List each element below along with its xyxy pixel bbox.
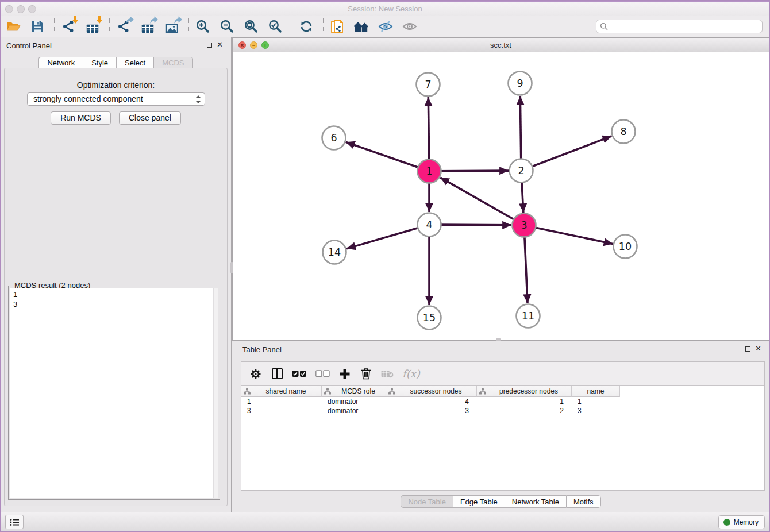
column-header-predecessor-nodes[interactable]: predecessor nodes [477, 386, 572, 397]
table-cell[interactable]: 3 [386, 406, 477, 415]
table-cell[interactable]: 3 [572, 406, 620, 415]
table-cell[interactable]: dominator [322, 406, 386, 415]
export-table-button[interactable] [139, 17, 156, 36]
search-input[interactable] [596, 20, 763, 33]
table-cell[interactable]: 1 [477, 397, 572, 406]
graph-node-label: 6 [330, 132, 337, 144]
network-window-titlebar[interactable]: ✕ − + scc.txt [233, 38, 769, 52]
export-arrow-icon [126, 16, 134, 26]
show-selected-button[interactable] [401, 17, 418, 36]
open-session-button[interactable] [5, 17, 22, 36]
table-tabs: Node Table Edge Table Network Table Moti… [232, 495, 769, 508]
toolbar-separator [54, 18, 55, 34]
tab-label: Node Table [408, 498, 446, 506]
select-all-button[interactable] [292, 370, 307, 377]
column-label: predecessor nodes [486, 387, 571, 395]
dropdown-stepper-icon [195, 94, 202, 105]
memory-button[interactable]: Memory [718, 515, 765, 529]
column-header-successor-nodes[interactable]: successor nodes [386, 386, 477, 397]
column-header-MCDS-role[interactable]: MCDS role [322, 386, 386, 397]
zoom-in-icon [195, 19, 210, 34]
tab-network-table[interactable]: Network Table [505, 495, 566, 508]
tab-label: Motifs [573, 498, 594, 506]
graph-edge-3-1[interactable] [440, 178, 524, 225]
import-table-button[interactable] [84, 17, 101, 36]
refresh-layout-button[interactable] [298, 17, 315, 36]
zoom-out-icon [220, 19, 234, 34]
table-settings-button[interactable] [249, 368, 262, 380]
tab-motifs[interactable]: Motifs [566, 495, 601, 508]
save-session-button[interactable] [29, 17, 46, 36]
sort-hierarchy-icon [388, 388, 395, 395]
import-network-button[interactable] [60, 17, 77, 36]
search-icon [600, 22, 608, 33]
mcds-buttons: Run MCDS Close panel [5, 111, 227, 125]
import-arrow-icon [96, 16, 103, 26]
zoom-selected-button[interactable] [267, 17, 284, 36]
table-body: 1dominator4113dominator323 [241, 397, 764, 415]
tab-edge-table[interactable]: Edge Table [453, 495, 505, 508]
optimization-criterion-dropdown[interactable]: strongly connected component [27, 92, 205, 106]
export-network-button[interactable] [115, 17, 132, 36]
table-panel-header: Table Panel ✕ [232, 341, 769, 356]
float-panel-icon[interactable] [207, 43, 212, 48]
table-row[interactable]: 3dominator323 [241, 406, 764, 415]
graph-edge-3-10[interactable] [524, 225, 613, 244]
tab-label: Style [91, 59, 108, 67]
mcds-result-text[interactable]: 1 3 [10, 288, 218, 498]
network-graph[interactable]: 7968124314101511 [233, 52, 770, 340]
tab-network[interactable]: Network [38, 57, 83, 68]
close-panel-button[interactable]: Close panel [119, 111, 181, 125]
panel-splitter-handle[interactable] [230, 262, 233, 273]
delete-table-button-disabled [381, 370, 394, 378]
zoom-fit-button[interactable] [242, 17, 260, 36]
export-image-button[interactable] [163, 17, 180, 36]
run-mcds-button[interactable]: Run MCDS [51, 111, 111, 125]
column-header-shared-name[interactable]: shared name [241, 386, 322, 397]
close-panel-icon[interactable]: ✕ [217, 40, 223, 49]
graph-node-label: 10 [619, 241, 632, 252]
graph-edge-4-14[interactable] [346, 225, 429, 249]
table-cell[interactable]: 1 [241, 397, 322, 406]
graph-node-label: 2 [518, 165, 524, 176]
tab-select[interactable]: Select [116, 57, 153, 68]
clone-network-button[interactable] [329, 17, 346, 36]
graph-node-label: 7 [425, 79, 431, 90]
table-row[interactable]: 1dominator411 [241, 397, 764, 406]
tab-label: Network [47, 59, 75, 67]
column-header-name[interactable]: name [572, 386, 620, 397]
tab-node-table[interactable]: Node Table [401, 495, 453, 508]
network-canvas[interactable]: 7968124314101511 [233, 52, 769, 340]
panel-splitter-handle[interactable] [496, 338, 501, 341]
float-panel-icon[interactable] [745, 346, 750, 352]
table-toolbar: f(x) [241, 362, 764, 386]
sort-hierarchy-icon [479, 388, 486, 395]
table-cell[interactable]: 4 [386, 397, 477, 406]
home-layout-button[interactable] [353, 17, 370, 36]
table-header-row: shared nameMCDS rolesuccessor nodesprede… [241, 386, 764, 397]
table-cell[interactable]: 3 [241, 406, 322, 415]
table-cell[interactable]: 2 [477, 406, 572, 415]
result-scrollbar[interactable] [213, 288, 218, 498]
deselect-all-button[interactable] [315, 370, 330, 377]
column-label: name [572, 387, 619, 395]
memory-label: Memory [734, 518, 759, 526]
toolbar-search [596, 20, 763, 33]
zoom-in-button[interactable] [194, 17, 211, 36]
graph-edge-2-8[interactable] [521, 136, 611, 171]
tab-label: Select [125, 59, 145, 67]
task-history-button[interactable] [5, 515, 24, 529]
graph-edge-1-6[interactable] [346, 142, 429, 171]
hide-selected-button[interactable] [377, 17, 394, 36]
table-cell[interactable]: dominator [322, 397, 386, 406]
delete-column-button[interactable] [360, 368, 372, 380]
show-columns-button[interactable] [271, 368, 283, 379]
add-column-button[interactable] [338, 368, 351, 380]
tab-style[interactable]: Style [83, 57, 116, 68]
graph-node-label: 3 [521, 219, 527, 231]
close-panel-icon[interactable]: ✕ [755, 344, 761, 353]
table-cell[interactable]: 1 [572, 397, 620, 406]
tab-mcds[interactable]: MCDS [153, 57, 192, 68]
checked-boxes-icon [292, 370, 307, 377]
zoom-out-button[interactable] [218, 17, 236, 36]
